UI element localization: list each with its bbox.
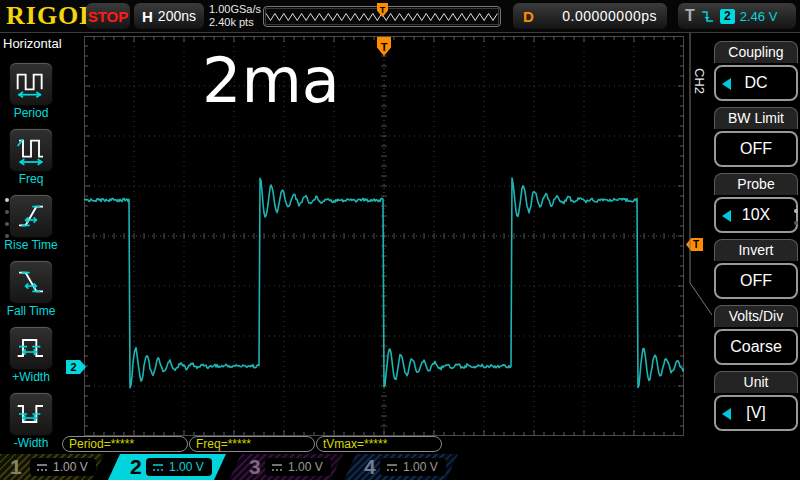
timebase-label: H [142, 8, 153, 25]
menu-page-dot [794, 221, 798, 225]
rise-time-icon [14, 200, 48, 232]
channel3-scale-box: 1.00 V [265, 458, 331, 476]
dc-coupling-icon [152, 463, 164, 472]
pos-width-label: +Width [0, 370, 62, 384]
pos-width-button[interactable] [10, 327, 52, 369]
left-arrow-icon [722, 408, 731, 420]
menu-coupling-label[interactable]: Coupling [714, 41, 798, 63]
acquisition-info: 1.00GSa/s 2.40k pts [209, 3, 261, 29]
brand-logo: RIGOL [6, 1, 98, 31]
falling-edge-icon [700, 9, 715, 24]
timebase-value: 200ns [158, 8, 196, 24]
neg-width-label: -Width [0, 436, 62, 450]
trigger-label: T [685, 7, 695, 25]
annotation-text: 2ma [202, 50, 340, 112]
fall-time-label: Fall Time [0, 304, 62, 318]
channel2-number: 2 [130, 454, 142, 480]
memory-depth: 2.40k pts [209, 16, 261, 29]
measurement-freq: Freq=***** [189, 436, 315, 452]
fall-time-icon [14, 266, 48, 298]
freq-icon [14, 134, 48, 166]
menu-page-dot [5, 210, 9, 214]
graticule [84, 36, 684, 436]
menu-invert-value[interactable]: OFF [714, 263, 798, 299]
channel4-status[interactable]: 4 1.00 V [344, 454, 458, 480]
channel2-status[interactable]: 2 1.00 V [108, 454, 226, 480]
menu-page-dot [5, 222, 9, 226]
channel2-scale-box: 1.00 V [146, 458, 212, 476]
channel1-status[interactable]: 1 1.00 V [0, 454, 104, 480]
period-icon [14, 68, 48, 100]
menu-bwlimit-label[interactable]: BW Limit [714, 107, 798, 129]
trigger-status-box[interactable]: T 2 2.46 V [678, 3, 796, 29]
channel4-number: 4 [364, 454, 376, 480]
grid-and-trace [84, 36, 684, 436]
channel3-scale: 1.00 V [288, 460, 323, 474]
neg-width-button[interactable] [10, 393, 52, 435]
measurement-period: Period=***** [62, 436, 188, 452]
channel2-scale: 1.00 V [169, 460, 204, 474]
period-button[interactable] [10, 63, 52, 105]
trigger-source-badge: 2 [720, 9, 735, 24]
channel-menu: Coupling DC BW Limit OFF Probe 10X Inver… [712, 33, 800, 480]
trigger-level-value: 2.46 V [740, 9, 778, 24]
channel4-scale: 1.00 V [403, 460, 438, 474]
left-arrow-icon [722, 210, 731, 222]
run-state-label: STOP [88, 8, 129, 25]
channel1-scale-box: 1.00 V [30, 458, 96, 476]
delay-label: D [523, 8, 534, 25]
menu-voltsdiv-value[interactable]: Coarse [714, 329, 798, 365]
menu-voltsdiv-label[interactable]: Volts/Div [714, 305, 798, 327]
pos-width-icon [14, 332, 48, 364]
timebase-box[interactable]: H 200ns [134, 3, 204, 29]
menu-probe-label[interactable]: Probe [714, 173, 798, 195]
menu-coupling-value[interactable]: DC [714, 65, 798, 101]
channel4-scale-box: 1.00 V [380, 458, 446, 476]
sample-rate: 1.00GSa/s [209, 3, 261, 16]
horizontal-menu: Horizontal Period Freq Rise Time [0, 33, 62, 480]
menu-unit-label[interactable]: Unit [714, 371, 798, 393]
channel3-number: 3 [249, 454, 261, 480]
run-state-button[interactable]: STOP [86, 3, 130, 29]
dc-coupling-icon [386, 463, 398, 472]
menu-page-dot [5, 198, 9, 202]
channel1-number: 1 [10, 454, 22, 480]
fall-time-button[interactable] [10, 261, 52, 303]
menu-bwlimit-value[interactable]: OFF [714, 131, 798, 167]
freq-label: Freq [0, 172, 62, 186]
left-arrow-icon [722, 78, 731, 90]
menu-unit-value[interactable]: [V] [714, 395, 798, 431]
menu-page-dot [794, 209, 798, 213]
channel3-status[interactable]: 3 1.00 V [229, 454, 343, 480]
channel1-scale: 1.00 V [53, 460, 88, 474]
header-bar: RIGOL STOP H 200ns 1.00GSa/s 2.40k pts D… [0, 0, 800, 33]
delay-value: 0.00000000ps [562, 8, 657, 24]
channel-tab-label: CH2 [692, 68, 707, 94]
ch2-waveform [84, 178, 684, 388]
menu-invert-label[interactable]: Invert [714, 239, 798, 261]
rise-time-button[interactable] [10, 195, 52, 237]
neg-width-icon [14, 398, 48, 430]
freq-button[interactable] [10, 129, 52, 171]
menu-probe-value[interactable]: 10X [714, 197, 798, 233]
measurement-tvmax: tVmax=***** [316, 436, 442, 452]
rise-time-label: Rise Time [0, 238, 62, 252]
period-label: Period [0, 106, 62, 120]
left-menu-title: Horizontal [3, 36, 62, 51]
channel2-ground-marker[interactable]: 2 [66, 360, 86, 374]
channel-status-bar: 1 1.00 V 2 1.00 V 3 1.00 V 4 [0, 454, 800, 480]
menu-page-dot [5, 234, 9, 238]
dc-coupling-icon [271, 463, 283, 472]
dc-coupling-icon [36, 463, 48, 472]
delay-box[interactable]: D 0.00000000ps [513, 3, 667, 29]
